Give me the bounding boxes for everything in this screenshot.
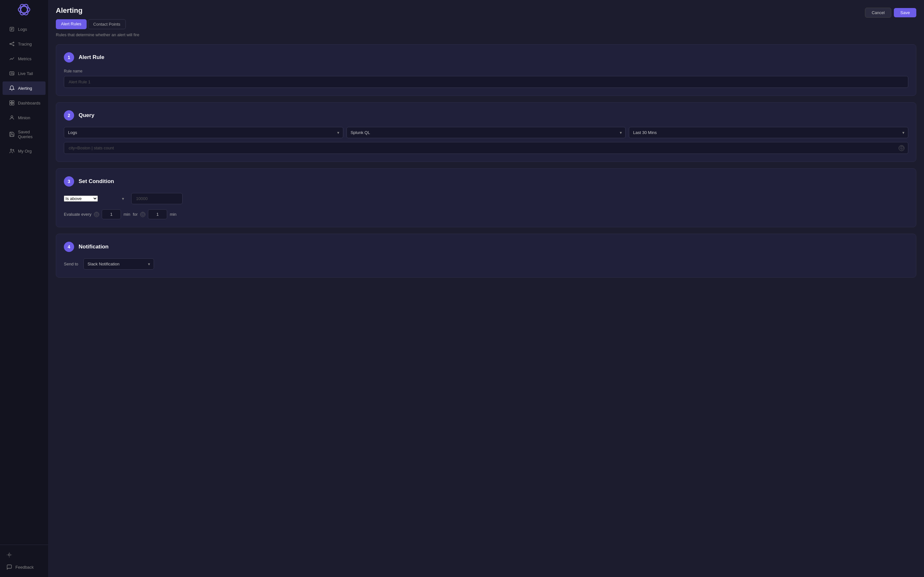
section-1-title: Alert Rule <box>79 54 104 61</box>
query-card: 2 Query Logs Metrics Traces ▼ Splunk QL … <box>56 102 916 162</box>
svg-point-7 <box>10 44 11 45</box>
rule-name-input[interactable] <box>64 76 908 88</box>
source-select-wrapper: Logs Metrics Traces ▼ <box>64 127 343 138</box>
sidebar-item-minion[interactable]: Minion <box>3 111 45 124</box>
alert-rule-card: 1 Alert Rule Rule name <box>56 44 916 96</box>
sidebar-item-my-org-label: My Org <box>18 149 32 153</box>
query-info-icon[interactable]: ⓘ <box>899 145 905 151</box>
sidebar-item-alerting-label: Alerting <box>18 86 32 91</box>
step-3-badge: 3 <box>64 176 74 187</box>
set-condition-card: 3 Set Condition Is above Is below Is equ… <box>56 168 916 227</box>
cancel-button[interactable]: Cancel <box>865 8 891 18</box>
sidebar-item-tracing-label: Tracing <box>18 42 32 47</box>
condition-operator-wrapper: Is above Is below Is equal to Is not equ… <box>64 195 128 201</box>
save-button[interactable]: Save <box>894 8 916 17</box>
svg-point-21 <box>11 149 12 151</box>
svg-rect-18 <box>10 103 11 105</box>
sidebar: Logs Tracing Metrics Live Tail Alerting … <box>0 0 48 577</box>
feedback-button[interactable]: Feedback <box>0 561 48 573</box>
threshold-input[interactable] <box>131 193 183 204</box>
saved-queries-icon <box>9 131 15 137</box>
feedback-label: Feedback <box>15 565 34 570</box>
section-3-title: Set Condition <box>79 178 114 185</box>
form-content: 1 Alert Rule Rule name 2 Query Logs Metr… <box>48 40 924 577</box>
tab-alert-rules[interactable]: Alert Rules <box>56 19 87 29</box>
evaluate-row: Evaluate every ⓘ min for ⓘ min <box>64 210 908 219</box>
evaluate-for-label: for <box>133 212 137 217</box>
page-subtitle: Rules that determine whether an alert wi… <box>48 29 924 40</box>
section-2-title: Query <box>79 112 94 119</box>
section-2-header: 2 Query <box>64 110 908 121</box>
notification-select[interactable]: Slack Notification Email PagerDuty Webho… <box>83 258 154 269</box>
sidebar-item-saved-queries[interactable]: Saved Queries <box>3 126 45 143</box>
main-header: Alerting Alert Rules Contact Points Canc… <box>48 0 924 29</box>
section-4-header: 4 Notification <box>64 242 908 252</box>
sidebar-item-my-org[interactable]: My Org <box>3 144 45 158</box>
evaluate-info-icon[interactable]: ⓘ <box>94 212 99 217</box>
evaluate-label: Evaluate every <box>64 212 91 217</box>
section-3-header: 3 Set Condition <box>64 176 908 187</box>
language-select[interactable]: Splunk QL SQL PromQL <box>347 127 626 138</box>
send-to-row: Send to Slack Notification Email PagerDu… <box>64 258 908 269</box>
header-actions: Cancel Save <box>865 8 916 18</box>
alerting-icon <box>9 85 15 91</box>
sidebar-item-minion-label: Minion <box>18 115 30 120</box>
section-4-title: Notification <box>79 243 109 250</box>
section-1-header: 1 Alert Rule <box>64 52 908 63</box>
metrics-icon <box>9 56 15 61</box>
logs-icon <box>9 26 15 32</box>
sidebar-item-metrics-label: Metrics <box>18 56 31 61</box>
tab-contact-points[interactable]: Contact Points <box>88 19 126 29</box>
evaluate-for-info-icon[interactable]: ⓘ <box>140 212 145 217</box>
sidebar-item-alerting[interactable]: Alerting <box>3 81 45 95</box>
rule-name-field: Rule name <box>64 69 908 88</box>
notification-card: 4 Notification Send to Slack Notificatio… <box>56 234 916 277</box>
svg-point-15 <box>13 73 13 74</box>
sidebar-bottom: Feedback <box>0 545 48 577</box>
tab-bar: Alert Rules Contact Points <box>56 19 916 29</box>
evaluate-unit2: min <box>170 212 176 217</box>
page-title: Alerting <box>56 6 916 15</box>
svg-rect-12 <box>10 72 14 75</box>
svg-point-20 <box>11 116 13 118</box>
step-2-badge: 2 <box>64 110 74 121</box>
language-select-wrapper: Splunk QL SQL PromQL ▼ <box>347 127 626 138</box>
notification-select-wrapper: Slack Notification Email PagerDuty Webho… <box>83 258 154 269</box>
theme-toggle[interactable] <box>0 549 48 561</box>
svg-point-9 <box>13 45 14 46</box>
minion-icon <box>9 115 15 121</box>
main-content-area: Alerting Alert Rules Contact Points Canc… <box>48 0 924 577</box>
sidebar-item-tracing[interactable]: Tracing <box>3 37 45 51</box>
svg-rect-17 <box>12 101 14 103</box>
condition-row: Is above Is below Is equal to Is not equ… <box>64 193 908 204</box>
sidebar-item-live-tail[interactable]: Live Tail <box>3 67 45 80</box>
evaluate-min2-input[interactable] <box>148 210 167 219</box>
svg-rect-19 <box>12 103 14 105</box>
feedback-icon <box>6 564 12 570</box>
evaluate-min1-input[interactable] <box>102 210 121 219</box>
sidebar-item-logs-label: Logs <box>18 27 27 32</box>
sidebar-item-dashboards-label: Dashboards <box>18 101 40 105</box>
condition-operator-select[interactable]: Is above Is below Is equal to Is not equ… <box>64 195 98 201</box>
sidebar-nav: Logs Tracing Metrics Live Tail Alerting … <box>0 19 48 545</box>
svg-rect-16 <box>10 101 11 103</box>
sidebar-item-metrics[interactable]: Metrics <box>3 52 45 65</box>
source-select[interactable]: Logs Metrics Traces <box>64 127 343 138</box>
live-tail-icon <box>9 71 15 76</box>
logo <box>0 0 48 19</box>
sidebar-item-logs[interactable]: Logs <box>3 23 45 36</box>
timerange-select-wrapper: Last 5 Mins Last 15 Mins Last 30 Mins La… <box>629 127 908 138</box>
rule-name-label: Rule name <box>64 69 908 73</box>
svg-point-8 <box>13 42 14 43</box>
svg-point-22 <box>13 150 14 151</box>
my-org-icon <box>9 148 15 154</box>
svg-line-11 <box>11 44 13 45</box>
dashboards-icon <box>9 100 15 106</box>
sidebar-item-live-tail-label: Live Tail <box>18 71 33 76</box>
sidebar-item-dashboards[interactable]: Dashboards <box>3 96 45 110</box>
query-input-wrapper: ⓘ <box>64 142 908 154</box>
svg-point-2 <box>18 3 29 16</box>
query-input[interactable] <box>64 142 908 154</box>
step-1-badge: 1 <box>64 52 74 63</box>
timerange-select[interactable]: Last 5 Mins Last 15 Mins Last 30 Mins La… <box>629 127 908 138</box>
